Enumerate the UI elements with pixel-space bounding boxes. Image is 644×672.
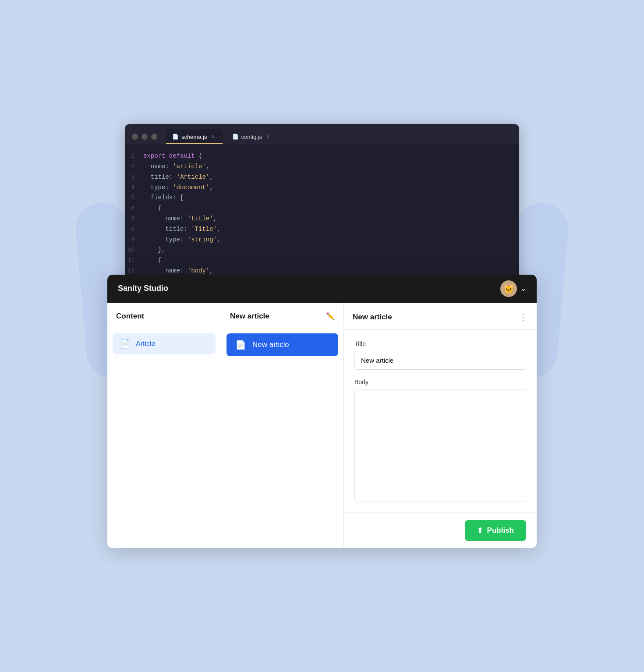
- publish-button[interactable]: ⬆ Publish: [465, 520, 526, 541]
- code-line: 11 {: [125, 255, 519, 266]
- article-editor-footer: ⬆ Publish: [344, 513, 537, 548]
- title-input[interactable]: [354, 351, 526, 370]
- article-editor-body: Title Body: [344, 330, 537, 513]
- chevron-down-icon: ⌄: [520, 284, 526, 293]
- publish-icon: ⬆: [477, 526, 483, 534]
- file-icon-2: 📄: [232, 134, 239, 140]
- content-column-body: 📄 Article: [107, 328, 221, 548]
- code-line: 5 fields: [: [125, 193, 519, 203]
- new-article-btn-label: New article: [252, 340, 289, 349]
- window-controls: [132, 134, 157, 140]
- article-icon: 📄: [120, 339, 131, 349]
- article-list-column-header: New article ✏️: [221, 303, 343, 328]
- code-editor: 📄 schema.js × 📄 config.js × 1export defa…: [125, 124, 519, 283]
- tab-config-label: config.js: [241, 134, 262, 140]
- body-field-label: Body: [354, 378, 526, 386]
- article-label: Article: [136, 340, 155, 348]
- tab-schema-close[interactable]: ×: [210, 133, 216, 141]
- article-editor-title: New article: [353, 313, 392, 322]
- code-line: 4 type: 'document',: [125, 183, 519, 193]
- more-options-icon[interactable]: ⋮: [519, 312, 528, 322]
- studio-header: Sanity Studio 🐱 ⌄: [107, 275, 537, 303]
- article-list-item[interactable]: 📄 Article: [113, 333, 216, 354]
- new-article-button[interactable]: 📄 New article: [226, 333, 338, 356]
- article-list-column: New article ✏️ 📄 New article: [221, 303, 344, 548]
- article-list-title: New article: [230, 312, 269, 321]
- window-maximize-btn[interactable]: [151, 134, 157, 140]
- article-list-body: 📄 New article: [221, 328, 343, 361]
- body-textarea[interactable]: [354, 389, 526, 502]
- new-article-icon: 📄: [235, 340, 246, 350]
- tab-config-close[interactable]: ×: [265, 133, 271, 141]
- window-minimize-btn[interactable]: [142, 134, 148, 140]
- title-field-label: Title: [354, 340, 526, 347]
- avatar: 🐱: [500, 280, 517, 297]
- tab-schema-js[interactable]: 📄 schema.js ×: [166, 129, 223, 144]
- file-icon: 📄: [172, 134, 179, 140]
- content-column-header: Content: [107, 303, 221, 328]
- article-editor-column: New article ⋮ Title Body ⬆ Publish: [344, 303, 537, 548]
- tab-schema-label: schema.js: [181, 134, 207, 140]
- editor-titlebar: 📄 schema.js × 📄 config.js ×: [125, 124, 519, 144]
- edit-icon[interactable]: ✏️: [326, 312, 335, 320]
- code-content: 1export default {2 name: 'article',3 tit…: [125, 144, 519, 283]
- code-line: 3 title: 'Article',: [125, 172, 519, 183]
- tab-config-js[interactable]: 📄 config.js ×: [226, 129, 278, 144]
- code-line: 7 name: 'title',: [125, 214, 519, 224]
- code-line: 9 type: 'string',: [125, 235, 519, 245]
- code-line: 2 name: 'article',: [125, 162, 519, 172]
- user-menu[interactable]: 🐱 ⌄: [500, 280, 526, 297]
- article-editor-header: New article ⋮: [344, 303, 537, 330]
- content-column: Content 📄 Article: [107, 303, 221, 548]
- code-line: 8 title: 'Title',: [125, 224, 519, 235]
- studio-title: Sanity Studio: [118, 284, 168, 293]
- publish-label: Publish: [487, 526, 514, 535]
- code-line: 6 {: [125, 203, 519, 214]
- code-line: 10 },: [125, 245, 519, 255]
- studio-panel: Sanity Studio 🐱 ⌄ Content 📄 Article: [107, 275, 537, 548]
- window-close-btn[interactable]: [132, 134, 138, 140]
- code-line: 1export default {: [125, 151, 519, 162]
- studio-body: Content 📄 Article New article ✏️ 📄: [107, 303, 537, 548]
